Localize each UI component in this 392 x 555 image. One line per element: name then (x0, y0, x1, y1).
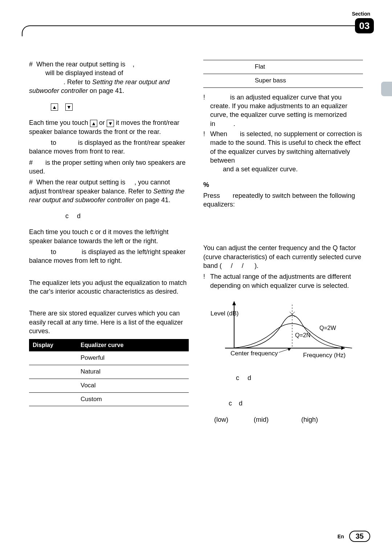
table-row: Powerful (29, 351, 189, 365)
fr-range-text: to is displayed as the front/rear speake… (29, 138, 189, 156)
touch-updown-text: Each time you touch ▲ or ▼ it moves the … (29, 118, 189, 136)
footer-page-number: 35 (349, 531, 370, 542)
equalizer-curve-table-cont: Flat Super bass (203, 60, 363, 88)
percent-mark: % (203, 180, 363, 189)
cd-row: c d (29, 212, 189, 220)
cd-row-2: c d (203, 374, 363, 382)
qfactor-range-note: ! The actual range of the adjustments ar… (203, 272, 363, 290)
table-row: Natural (29, 365, 189, 379)
cd-row-3: c d (203, 399, 363, 408)
equalizer-curve-table: Display Equalizer curve Powerful Natural… (29, 339, 189, 406)
qfactor-intro-text: You can adjust the center frequency and … (203, 244, 363, 270)
th-display: Display (29, 339, 77, 351)
side-thumb-tab (381, 82, 392, 96)
right-column: Flat Super bass ! is an adjusted equaliz… (203, 60, 363, 526)
rear-output-note: # When the rear output setting is , will… (29, 60, 189, 95)
header-curve-rule (22, 25, 356, 36)
lr-range-text: to is displayed as the left/right speake… (29, 248, 189, 265)
section-number-badge: 03 (355, 18, 374, 33)
chart-q2w-label: Q=2W (319, 325, 336, 331)
table-row: Vocal (29, 379, 189, 392)
low-mid-high-row: (low) (mid) (high) (203, 415, 363, 424)
eq-intro-text: The equalizer lets you adjust the equali… (29, 278, 189, 296)
left-column: # When the rear output setting is , will… (29, 60, 189, 526)
chart-freq-label: Frequency (Hz) (303, 352, 346, 359)
chart-center-label: Center frequency (230, 350, 278, 357)
eq-recall-text: There are six stored equalizer curves wh… (29, 309, 189, 335)
down-arrow-icon[interactable]: ▼ (107, 120, 114, 127)
down-arrow-icon[interactable]: ▼ (65, 103, 73, 111)
table-row: Super bass (203, 74, 363, 87)
touch-cd-text: Each time you touch c or d it moves the … (29, 228, 189, 245)
chart-q2n-label: Q=2N (295, 332, 310, 338)
page-columns: # When the rear output setting is , will… (29, 60, 363, 526)
rear-sw-note: # When the rear output setting is , you … (29, 178, 189, 204)
svg-marker-3 (232, 301, 236, 305)
q-factor-chart: Level (dB) Center frequency Q=2N Q=2W Fr… (211, 294, 356, 359)
custom-curve-note: ! is an adjusted equalizer curve that yo… (203, 93, 363, 128)
table-row: Custom (29, 392, 189, 406)
page-footer: En 35 (338, 531, 370, 542)
footer-language: En (338, 534, 344, 539)
up-arrow-icon[interactable]: ▲ (90, 120, 97, 127)
section-label: Section (352, 11, 370, 17)
chart-level-label: Level (dB) (211, 310, 238, 317)
press-repeatedly-text: Press repeatedly to switch between the f… (203, 191, 363, 209)
arrow-icons-row: ▲ ▼ (29, 102, 189, 111)
table-row: Flat (203, 60, 363, 74)
th-curve: Equalizer curve (77, 339, 189, 351)
two-speakers-note: # is the proper setting when only two sp… (29, 158, 189, 176)
table-header-row: Display Equalizer curve (29, 339, 189, 351)
up-arrow-icon[interactable]: ▲ (51, 103, 58, 111)
svg-line-7 (279, 349, 290, 352)
flat-curve-note: ! When is selected, no supplement or cor… (203, 130, 363, 174)
